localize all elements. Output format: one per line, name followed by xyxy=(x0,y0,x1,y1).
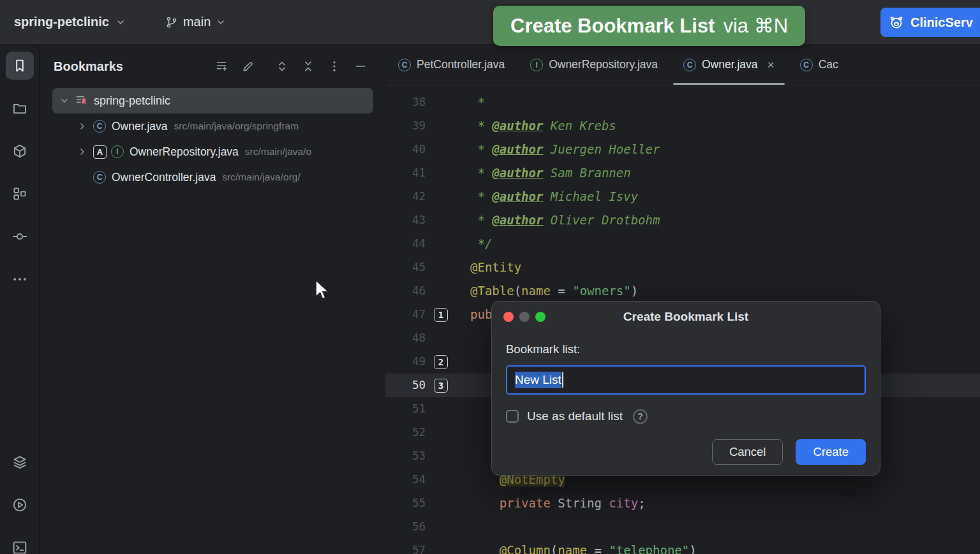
bookmark-tree-item[interactable]: COwner.javasrc/main/java/org/springfram xyxy=(52,113,373,139)
line-number: 53 xyxy=(385,444,426,468)
code-token xyxy=(470,496,500,510)
line-number: 50 xyxy=(385,374,426,397)
bookmark-tree-item[interactable]: COwnerController.javasrc/main/java/org/ xyxy=(52,164,373,190)
run-configuration-widget[interactable]: ClinicServ xyxy=(880,8,980,37)
line-number: 57 xyxy=(385,539,426,554)
cancel-button[interactable]: Cancel xyxy=(712,439,783,465)
code-line[interactable]: 55 private String city; xyxy=(385,492,980,515)
minimize-window-button[interactable] xyxy=(519,312,530,322)
panel-title: Bookmarks xyxy=(54,59,123,74)
create-button[interactable]: Create xyxy=(796,439,866,465)
project-selector[interactable]: spring-petclinic xyxy=(14,15,126,29)
close-tab-icon[interactable]: × xyxy=(768,59,775,71)
code-line[interactable]: 39 * @author Ken Krebs xyxy=(385,114,980,138)
code-line[interactable]: 57 @Column(name = "telephone") xyxy=(385,539,980,554)
activity-bar-item-bookmarks[interactable] xyxy=(6,52,34,80)
code-text: private String city; xyxy=(448,492,646,515)
folder-icon xyxy=(12,101,27,116)
line-number: 44 xyxy=(385,232,426,256)
code-token: Michael Isvy xyxy=(543,189,638,203)
main-toolbar: spring-petclinic main xyxy=(0,0,980,45)
edit-icon xyxy=(242,60,255,73)
activity-bar-item-packages[interactable] xyxy=(6,137,34,165)
activity-bar-item-folder[interactable] xyxy=(6,94,34,122)
tree-item-path: src/main/java/org/ xyxy=(222,171,300,183)
line-number: 45 xyxy=(385,256,426,279)
code-token: private xyxy=(500,496,551,510)
code-line[interactable]: 40 * @author Juergen Hoeller xyxy=(385,138,980,161)
line-number: 49 xyxy=(385,350,426,374)
code-token: "owners" xyxy=(572,284,631,298)
bookmark-number-badge[interactable]: 1 xyxy=(434,308,448,322)
bookmarks-icon xyxy=(12,58,27,73)
editor-tab[interactable]: COwner.java× xyxy=(671,45,787,85)
help-icon[interactable]: ? xyxy=(633,409,648,424)
code-line[interactable]: 46@Table(name = "owners") xyxy=(385,279,980,303)
code-text: * @author Juergen Hoeller xyxy=(448,138,660,161)
code-line[interactable]: 42 * @author Michael Isvy xyxy=(385,185,980,208)
code-token xyxy=(470,543,500,554)
code-token: @author xyxy=(492,189,543,203)
editor-tab[interactable]: CCac xyxy=(787,45,851,85)
code-line[interactable]: 38 * xyxy=(385,91,980,114)
tab-label: PetController.java xyxy=(417,58,505,71)
add-list-button[interactable] xyxy=(213,57,231,75)
code-token: name xyxy=(558,543,587,554)
editor-area: CPetController.javaIOwnerRepository.java… xyxy=(385,45,980,554)
code-text: * @author Michael Isvy xyxy=(448,185,638,208)
code-line[interactable]: 41 * @author Sam Brannen xyxy=(385,161,980,185)
expand-all-button[interactable] xyxy=(273,57,291,75)
collapse-all-icon xyxy=(302,60,315,73)
line-number: 48 xyxy=(385,326,426,350)
hint-action-text: Create Bookmark List xyxy=(510,15,715,38)
code-token: "telephone" xyxy=(609,543,689,554)
line-number: 52 xyxy=(385,421,426,444)
code-line[interactable]: 43 * @author Oliver Drotbohm xyxy=(385,208,980,232)
code-token: * xyxy=(470,119,492,133)
line-number: 41 xyxy=(385,161,426,185)
bookmark-list-name-input[interactable]: New List xyxy=(506,365,866,395)
activity-bar-item-layers[interactable] xyxy=(6,448,34,476)
activity-bar-item-structure[interactable] xyxy=(6,180,34,208)
gutter-badge-slot xyxy=(434,326,448,350)
collapse-all-button[interactable] xyxy=(299,57,317,75)
code-line[interactable]: 45@Entity xyxy=(385,256,980,279)
activity-bar-item-services[interactable] xyxy=(6,491,34,519)
bookmark-tree-item[interactable]: AIOwnerRepository.javasrc/main/java/o xyxy=(52,139,373,164)
code-token: Ken Krebs xyxy=(543,119,616,133)
code-token: @author xyxy=(492,119,543,133)
branch-selector[interactable]: main xyxy=(165,15,226,29)
branch-name: main xyxy=(183,15,211,29)
options-button[interactable] xyxy=(325,57,343,75)
gutter-badge-slot: 2 xyxy=(434,350,448,374)
code-line[interactable]: 56 xyxy=(385,515,980,539)
editor-tab[interactable]: IOwnerRepository.java xyxy=(517,45,671,85)
bookmark-number-badge[interactable]: 2 xyxy=(434,355,448,369)
code-token: */ xyxy=(470,237,492,251)
gutter-badge-slot xyxy=(434,232,448,256)
gutter-badge-slot xyxy=(434,515,448,539)
mnemonic-badge: A xyxy=(93,145,107,159)
code-text: * @author Sam Brannen xyxy=(448,161,631,185)
bookmark-number-badge[interactable]: 3 xyxy=(434,379,448,393)
code-line[interactable]: 44 */ xyxy=(385,232,980,256)
activity-bar-item-commit[interactable] xyxy=(6,222,34,251)
editor-tab[interactable]: CPetController.java xyxy=(385,45,517,85)
use-as-default-checkbox[interactable] xyxy=(506,410,519,423)
gutter-badge-slot xyxy=(434,421,448,444)
zoom-window-button[interactable] xyxy=(535,312,546,322)
pet-icon xyxy=(889,15,904,30)
code-token: Juergen Hoeller xyxy=(543,142,660,156)
activity-bar xyxy=(0,45,40,554)
line-number: 56 xyxy=(385,515,426,539)
close-window-button[interactable] xyxy=(503,312,514,322)
project-name: spring-petclinic xyxy=(14,15,109,29)
gutter-badge-slot xyxy=(434,444,448,468)
dialog-title: Create Bookmark List xyxy=(623,310,748,324)
hide-button[interactable] xyxy=(352,57,369,75)
bookmark-tree-item[interactable]: spring-petclinic xyxy=(52,88,373,113)
activity-bar-item-terminal[interactable] xyxy=(6,534,34,554)
edit-button[interactable] xyxy=(239,57,257,75)
services-icon xyxy=(12,497,27,513)
activity-bar-item-more[interactable] xyxy=(6,265,34,293)
